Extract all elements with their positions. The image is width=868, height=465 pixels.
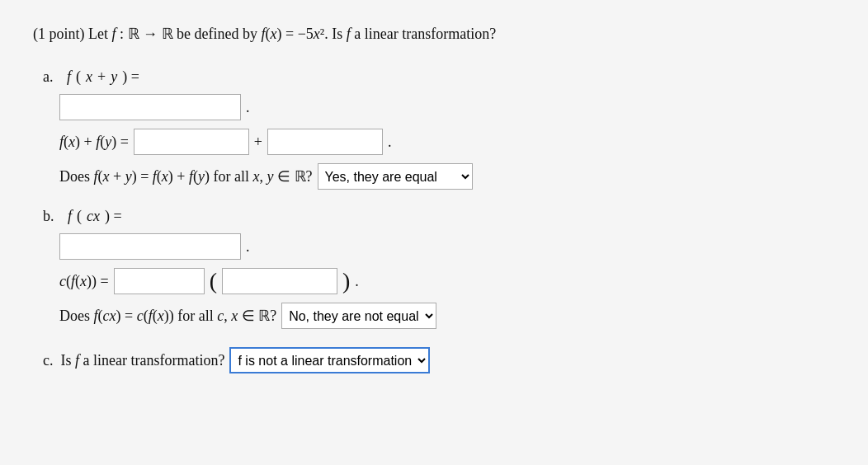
section-a-select[interactable]: Yes, they are equal No, they are not equ… [318, 163, 473, 190]
cfx-label: c(f(x)) = [59, 273, 109, 290]
section-b: b. f(cx) = . c(f(x)) = ( ) . Does f(cx) … [33, 208, 835, 329]
section-a-row1: . [59, 94, 835, 120]
right-paren-b: ) [342, 270, 350, 293]
section-b-row1: . [59, 233, 835, 260]
section-b-select[interactable]: Yes, they are equal No, they are not equ… [281, 303, 436, 329]
period-a1: . [246, 99, 250, 116]
period-a2: . [388, 134, 392, 151]
section-b-does-row: Does f(cx) = c(f(x)) for all c, x ∈ ℝ? Y… [59, 303, 835, 329]
section-a-row2: f(x) + f(y) = + . [59, 129, 835, 155]
does-b-label: Does f(cx) = c(f(x)) for all c, x ∈ ℝ? [59, 307, 276, 325]
c-input[interactable] [114, 268, 205, 294]
section-b-row2: c(f(x)) = ( ) . [59, 268, 835, 294]
fx-inner-input[interactable] [222, 268, 337, 294]
section-a-does-row: Does f(x + y) = f(x) + f(y) for all x, y… [59, 163, 835, 190]
section-c-select[interactable]: f is a linear transformation f is not a … [229, 347, 430, 373]
section-c-label: c. Is f a linear transformation? [43, 352, 224, 369]
fx-input[interactable] [134, 129, 249, 155]
does-a-label: Does f(x + y) = f(x) + f(y) for all x, y… [59, 167, 313, 186]
period-b2: . [355, 273, 359, 290]
problem-title: (1 point) Let f : ℝ → ℝ be defined by f(… [33, 23, 835, 45]
section-c: c. Is f a linear transformation? f is a … [33, 347, 835, 373]
fy-input[interactable] [267, 129, 383, 155]
section-a-label: a. f(x + y) = [43, 68, 835, 86]
page: (1 point) Let f : ℝ → ℝ be defined by f(… [0, 0, 868, 465]
fcx-input[interactable] [59, 233, 241, 260]
plus-sign-a: + [254, 134, 262, 151]
section-a: a. f(x + y) = . f(x) + f(y) = + . Does f… [33, 68, 835, 190]
section-c-row: c. Is f a linear transformation? f is a … [43, 347, 835, 373]
fx-plus-y-input[interactable] [59, 94, 241, 120]
left-paren-b: ( [210, 270, 217, 293]
section-b-label: b. f(cx) = [43, 208, 835, 225]
fx-plus-fy-label: f(x) + f(y) = [59, 134, 129, 151]
period-b1: . [246, 238, 250, 256]
